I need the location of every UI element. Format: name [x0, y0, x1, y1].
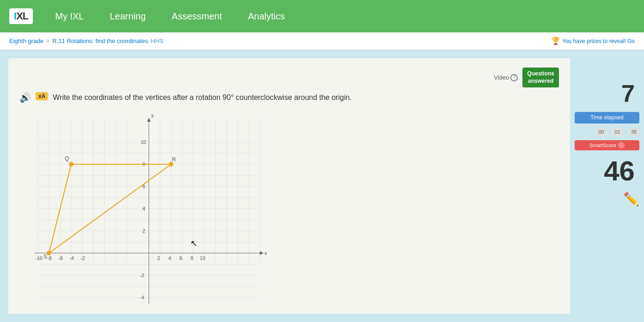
- video-button[interactable]: Video ?: [494, 74, 518, 81]
- point-s: [47, 251, 51, 255]
- big-score: 46: [604, 155, 635, 187]
- tick-xn4: -4: [69, 255, 74, 261]
- tick-yn4: -4: [140, 295, 144, 300]
- prizes-notice[interactable]: 🏆 You have prizes to reveal! Go: [551, 37, 635, 45]
- nav-my-ixl[interactable]: My IXL: [51, 9, 87, 24]
- breadcrumb-separator: >: [46, 37, 50, 44]
- point-q: [69, 162, 74, 167]
- tick-xn6: -6: [58, 255, 63, 261]
- timer-hours: 00: [595, 128, 607, 136]
- nav-assessment[interactable]: Assessment: [168, 9, 226, 24]
- tick-x4: 4: [168, 255, 171, 261]
- nav-learning[interactable]: Learning: [106, 9, 150, 24]
- tick-y4: 4: [142, 206, 145, 211]
- prizes-text: You have prizes to reveal! Go: [562, 38, 635, 44]
- tick-y2: 2: [142, 228, 145, 234]
- time-elapsed-box: Time elapsed: [575, 112, 639, 124]
- tick-xn2: -2: [80, 255, 85, 261]
- time-elapsed-label: Time elapsed: [579, 114, 635, 122]
- label-r: R: [172, 156, 176, 163]
- translate-button[interactable]: xA: [36, 92, 48, 100]
- smartscore-label: SmartScore: [589, 142, 616, 148]
- logo-xl: XL: [16, 10, 28, 22]
- breadcrumb-lesson[interactable]: R.11 Rotations: find the coordinates: [52, 37, 148, 44]
- question-area: 🔊 xA Write the coordinates of the vertic…: [19, 92, 559, 103]
- y-axis-label: y: [151, 112, 154, 118]
- breadcrumb-code: HHS: [151, 37, 163, 44]
- cursor-icon: ↖: [190, 239, 197, 248]
- logo[interactable]: IXL: [9, 8, 33, 24]
- x-axis-label: x: [264, 250, 267, 256]
- nav-analytics[interactable]: Analytics: [244, 9, 288, 24]
- tick-x2: 2: [157, 255, 160, 261]
- label-s: S: [43, 254, 47, 260]
- tick-y10: 10: [141, 139, 146, 145]
- tick-xn8: -8: [47, 255, 52, 261]
- tick-x10: 10: [200, 255, 205, 261]
- header: IXL My IXL Learning Assessment Analytics: [0, 0, 644, 32]
- coordinate-graph: x y -10 -8 -6 -4 -2 2 4 6 8 10 10 8 6 4: [19, 110, 278, 309]
- x-axis-arrow: [260, 251, 264, 255]
- tick-x8: 8: [190, 255, 193, 261]
- smartscore-box: SmartScore: [575, 140, 639, 150]
- right-sidebar: 7 Time elapsed 00 : 01 : 38 SmartScore 4…: [570, 50, 644, 322]
- pencil-icon[interactable]: ✏️: [623, 192, 639, 207]
- audio-button[interactable]: 🔊: [19, 92, 31, 103]
- tick-x6: 6: [179, 255, 182, 261]
- questions-answered-label: Questionsanswered: [527, 70, 554, 84]
- breadcrumb-bar: Eighth grade > R.11 Rotations: find the …: [0, 32, 644, 50]
- main-panel: Video ? Questionsanswered 🔊 xA Write the…: [8, 58, 570, 314]
- video-label: Video: [494, 74, 509, 81]
- tick-xn10: -10: [35, 255, 43, 261]
- label-q: Q: [65, 155, 69, 162]
- question-text: Write the coordinates of the vertices af…: [53, 92, 351, 103]
- trophy-icon: 🏆: [551, 37, 560, 45]
- tick-yn2: -2: [140, 272, 144, 278]
- y-axis-arrow: [147, 118, 151, 122]
- questions-answered-button[interactable]: Questionsanswered: [522, 68, 559, 87]
- timer-display: 00 : 01 : 38: [595, 128, 639, 136]
- timer-seconds: 38: [628, 128, 639, 136]
- video-help-icon: ?: [510, 74, 518, 81]
- smartscore-circle: [618, 142, 625, 149]
- content-area: Video ? Questionsanswered 🔊 xA Write the…: [0, 50, 644, 322]
- graph-container: x y -10 -8 -6 -4 -2 2 4 6 8 10 10 8 6 4: [19, 110, 297, 314]
- timer-sep2: :: [625, 129, 626, 135]
- timer-minutes: 01: [612, 128, 623, 136]
- timer-sep1: :: [608, 129, 610, 135]
- breadcrumb-grade[interactable]: Eighth grade: [9, 37, 43, 44]
- score-number: 7: [621, 80, 635, 107]
